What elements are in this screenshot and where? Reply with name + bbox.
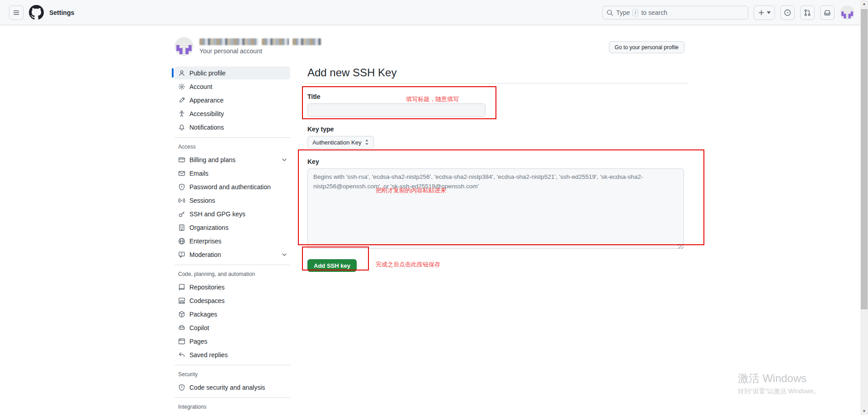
inbox-button[interactable] [820, 5, 835, 20]
sidebar-item-label: Code security and analysis [189, 384, 265, 391]
global-header: Settings Type / to search [0, 0, 868, 25]
sidebar-item-accessibility[interactable]: Accessibility [175, 107, 290, 120]
bell-icon [178, 124, 185, 131]
issues-button[interactable] [780, 5, 795, 20]
scrollbar-thumb[interactable] [861, 9, 868, 309]
hamburger-menu-button[interactable] [9, 5, 24, 20]
title-label: Title [307, 93, 687, 100]
sidebar-item-code-security-and-analysis[interactable]: Code security and analysis [175, 381, 290, 394]
create-new-button[interactable] [754, 5, 775, 20]
mail-icon [178, 170, 185, 177]
gear-icon [178, 83, 185, 90]
pull-requests-button[interactable] [800, 5, 815, 20]
github-logo-button[interactable] [29, 5, 44, 20]
sidebar-item-organizations[interactable]: Organizations [175, 221, 290, 234]
sidebar-item-packages[interactable]: Packages [175, 308, 290, 321]
sidebar-section-integrations: Integrations [175, 401, 290, 413]
sidebar-item-ssh-and-gpg-keys[interactable]: SSH and GPG keys [175, 207, 290, 220]
comment-discussion-icon [178, 251, 185, 258]
sidebar-divider [175, 137, 290, 138]
sidebar-divider [175, 265, 290, 265]
ssh-key-input[interactable] [307, 168, 684, 249]
sidebar-item-copilot[interactable]: Copilot [175, 321, 290, 334]
sidebar-item-account[interactable]: Account [175, 80, 290, 93]
sidebar-item-label: Saved replies [189, 351, 228, 359]
package-icon [178, 311, 185, 318]
reply-icon [178, 351, 185, 359]
sidebar-item-label: Repositories [189, 284, 225, 291]
codespaces-icon [178, 297, 185, 304]
scrollbar-down-arrow[interactable]: ▼ [860, 407, 868, 415]
sidebar-item-label: Copilot [189, 324, 209, 331]
sidebar-item-pages[interactable]: Pages [175, 335, 290, 348]
sidebar-item-billing-and-plans[interactable]: Billing and plans [175, 153, 290, 166]
sidebar-item-codespaces[interactable]: Codespaces [175, 294, 290, 307]
settings-sidebar: Public profile Account Appearance Access… [175, 66, 290, 415]
sidebar-item-label: Public profile [189, 70, 226, 77]
sidebar-section-access: Access [175, 141, 290, 153]
key-label: Key [307, 158, 687, 165]
organization-icon [178, 224, 185, 231]
broadcast-icon [178, 197, 185, 204]
sidebar-item-label: Notifications [189, 124, 224, 131]
sidebar-section-code: Code, planning, and automation [175, 269, 290, 280]
scrollbar-up-arrow[interactable]: ▲ [860, 0, 868, 8]
issue-opened-icon [784, 9, 791, 16]
watermark-line2: 转到“设置”以激活 Windows。 [738, 387, 820, 396]
chevron-down-icon [282, 159, 287, 161]
sidebar-item-saved-replies[interactable]: Saved replies [175, 348, 290, 361]
sidebar-item-notifications[interactable]: Notifications [175, 121, 290, 134]
profile-header: Your personal account Go to your persona… [175, 37, 687, 56]
sidebar-item-emails[interactable]: Emails [175, 167, 290, 180]
global-search-input[interactable]: Type / to search [602, 6, 748, 19]
redacted-block [199, 38, 258, 45]
annotation-note-submit: 完成之后点击此按钮保存 [376, 261, 440, 269]
windows-activation-watermark: 激活 Windows 转到“设置”以激活 Windows。 [738, 371, 820, 396]
chevron-down-icon [282, 253, 287, 256]
paintbrush-icon [178, 97, 185, 104]
copilot-icon [178, 324, 185, 331]
sidebar-item-repositories[interactable]: Repositories [175, 280, 290, 294]
sidebar-item-label: Billing and plans [189, 156, 236, 163]
sidebar-item-moderation[interactable]: Moderation [175, 248, 290, 261]
plus-icon [758, 9, 765, 16]
sidebar-item-enterprises[interactable]: Enterprises [175, 234, 290, 247]
username-redacted [199, 38, 321, 45]
go-to-profile-button[interactable]: Go to your personal profile [609, 41, 684, 53]
page-context-title: Settings [49, 9, 74, 16]
key-icon [178, 210, 185, 218]
ssh-key-title-input[interactable] [307, 103, 486, 117]
updown-arrows-icon [365, 140, 369, 145]
redacted-block [292, 38, 321, 45]
sidebar-item-label: Password and authentication [189, 183, 271, 191]
sidebar-item-sessions[interactable]: Sessions [175, 194, 290, 207]
person-icon [178, 70, 185, 77]
sidebar-item-label: Appearance [189, 97, 224, 104]
sidebar-item-label: Emails [189, 170, 208, 177]
sidebar-item-appearance[interactable]: Appearance [175, 93, 290, 107]
sidebar-item-password-and-authentication[interactable]: Password and authentication [175, 180, 290, 193]
browser-icon [178, 338, 185, 345]
ssh-key-form-panel: Add new SSH Key Title Key type Authentic… [307, 66, 687, 415]
key-type-select[interactable]: Authentication Key [307, 136, 374, 149]
add-ssh-key-button[interactable]: Add SSH key [307, 259, 357, 272]
sidebar-item-applications[interactable]: Applications [175, 413, 290, 415]
vertical-scrollbar[interactable]: ▲ ▼ [860, 0, 868, 415]
key-type-label: Key type [307, 126, 687, 133]
sidebar-item-public-profile[interactable]: Public profile [175, 66, 290, 79]
sidebar-item-label: Moderation [189, 251, 221, 258]
search-placeholder-suffix: to search [641, 9, 667, 16]
search-icon [606, 9, 613, 16]
sidebar-item-label: Sessions [189, 197, 215, 204]
sidebar-item-label: Codespaces [189, 297, 225, 304]
shield-lock-icon [178, 183, 185, 191]
user-avatar-button[interactable] [840, 5, 854, 20]
sidebar-item-label: Accessibility [189, 110, 224, 117]
sidebar-item-label: Account [189, 83, 212, 90]
profile-avatar[interactable] [175, 37, 193, 56]
caret-down-icon [767, 11, 771, 14]
watermark-line1: 激活 Windows [738, 371, 820, 386]
redacted-block [262, 38, 289, 45]
sidebar-item-label: SSH and GPG keys [189, 210, 245, 218]
repo-icon [178, 284, 185, 291]
